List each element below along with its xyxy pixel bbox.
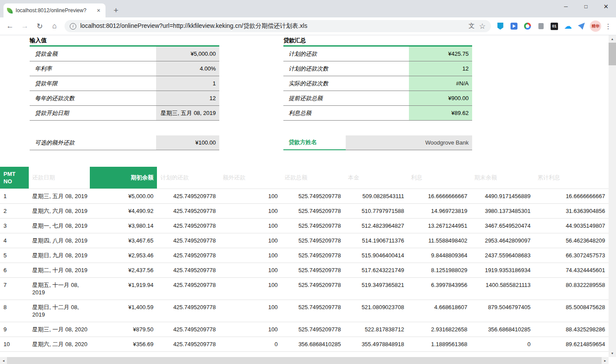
row-value: 1 — [156, 76, 219, 91]
cell: 7 — [0, 277, 29, 300]
cell: 100 — [219, 248, 281, 263]
cell: 355.4978848918 — [344, 337, 408, 351]
menu-kebab-icon[interactable]: ⋮ — [603, 22, 613, 30]
scroll-down-icon[interactable]: ▼ — [609, 350, 616, 357]
row-label: 贷款年限 — [30, 76, 156, 91]
extra-payment-row: 可选的额外还款 ¥100.00 — [30, 135, 219, 150]
cloud-extension-icon[interactable]: ☁ — [562, 20, 574, 32]
cell: 星期二, 十月 08, 2019 — [29, 263, 90, 277]
cell: 100 — [219, 233, 281, 248]
table-row: 7星期五, 十一月 08, 2019¥1,919.94425.749520977… — [0, 277, 609, 300]
url-text[interactable]: localhost:8012/onlinePreview?url=http://… — [80, 22, 464, 30]
scroll-right-icon[interactable]: ► — [602, 357, 609, 364]
row-value: 星期三, 五月 08, 2019 — [156, 106, 219, 120]
browser-tab[interactable]: localhost:8012/onlinePreview? × — [3, 3, 106, 17]
cell: 89.6214859654 — [534, 337, 609, 351]
bookmark-star-icon[interactable]: ☆ — [479, 22, 486, 31]
cell: 星期日, 九月 08, 2019 — [29, 248, 90, 263]
header-beginning-balance: 期初余额 — [90, 167, 157, 189]
cell: 525.7495209778 — [281, 218, 344, 233]
cell: 6 — [0, 263, 29, 277]
scroll-left-icon[interactable]: ◄ — [0, 357, 7, 364]
cell: 16.6666666667 — [408, 189, 471, 203]
cell: 100 — [219, 203, 281, 218]
cell: 3467.6549520474 — [471, 218, 534, 233]
profile-avatar[interactable]: 精华 — [590, 20, 601, 32]
cell: 1 — [0, 189, 29, 203]
row-label: 贷款金额 — [30, 47, 156, 61]
extension-cluster: 01 ☁ 精华 ⋮ — [493, 20, 613, 32]
cell: 425.7495209778 — [157, 189, 219, 203]
cell: 4 — [0, 233, 29, 248]
cell: ¥5,000.00 — [90, 189, 157, 203]
row-value: 4.00% — [156, 61, 219, 76]
reload-icon[interactable]: ↻ — [34, 20, 46, 32]
cell: 星期三, 五月 08, 2019 — [29, 189, 90, 203]
cell: 879.5046797405 — [471, 300, 534, 322]
row-value: ¥89.62 — [409, 106, 472, 120]
cell: 16.6666666667 — [534, 189, 609, 203]
cell: 88.4325298286 — [534, 322, 609, 337]
cell: 425.7495209778 — [157, 277, 219, 300]
tab-close-icon[interactable]: × — [95, 7, 102, 14]
cell: 425.7495209778 — [157, 218, 219, 233]
page-info-icon[interactable]: i — [70, 23, 76, 30]
blue-extension-icon[interactable] — [508, 20, 520, 32]
scroll-up-icon[interactable]: ▲ — [609, 35, 616, 43]
ring-icon — [524, 23, 531, 30]
cell: 525.7495209778 — [281, 248, 344, 263]
new-tab-button[interactable]: + — [110, 4, 122, 17]
header-interest: 利息 — [408, 167, 471, 189]
horizontal-scrollbar-thumb[interactable] — [7, 357, 602, 364]
tab-title: localhost:8012/onlinePreview? — [16, 7, 95, 13]
window-minimize-button[interactable]: ─ — [556, 0, 576, 13]
summary-panel: 贷款汇总 计划的还款 ¥425.75 计划的还款次数 12 实际的还款次数 #N… — [283, 37, 472, 150]
cell: 425.7495209778 — [157, 322, 219, 337]
cell: 6.3997843956 — [408, 277, 471, 300]
vertical-scrollbar-thumb[interactable] — [609, 43, 616, 65]
translate-icon[interactable]: 文 — [469, 22, 475, 30]
cell: 510.7797971588 — [344, 203, 408, 218]
row-label: 每年的还款次数 — [30, 91, 156, 105]
summary-row: 计划的还款 ¥425.75 — [283, 47, 472, 61]
cell: 星期四, 八月 08, 2019 — [29, 233, 90, 248]
window-maximize-button[interactable]: □ — [576, 0, 596, 13]
home-icon[interactable]: ⌂ — [48, 20, 61, 32]
cell: 0 — [471, 337, 534, 351]
cell: 13.2671244951 — [408, 218, 471, 233]
cell: 2437.5596408683 — [471, 248, 534, 263]
cell: 11.5588498402 — [408, 233, 471, 248]
ring-extension-icon[interactable] — [521, 20, 533, 32]
cell: 514.1906711376 — [344, 233, 408, 248]
summary-row: 计划的还款次数 12 — [283, 61, 472, 76]
gray-icon — [538, 23, 544, 29]
back-icon[interactable]: ← — [4, 20, 16, 32]
gray-extension-icon[interactable] — [535, 20, 547, 32]
scrollbar-corner — [609, 357, 616, 364]
lender-value: Woodgrove Bank — [346, 135, 472, 150]
vertical-scrollbar[interactable]: ▲ ▼ — [609, 35, 616, 357]
row-value: 12 — [156, 91, 219, 105]
cell: 31.6363904856 — [534, 203, 609, 218]
table-row: 3星期一, 七月 08, 2019¥3,980.14425.7495209778… — [0, 218, 609, 233]
summary-panel-title: 贷款汇总 — [283, 37, 472, 47]
cell: 4490.9171456889 — [471, 189, 534, 203]
cell: 2953.4642809097 — [471, 233, 534, 248]
bird-extension-icon[interactable] — [575, 20, 587, 32]
cell: 9 — [0, 322, 29, 337]
table-row: 4星期四, 八月 08, 2019¥3,467.65425.7495209778… — [0, 233, 609, 248]
address-bar[interactable]: i localhost:8012/onlinePreview?url=http:… — [65, 20, 491, 32]
table-row: 8星期日, 十二月 08, 2019¥1,400.59425.749520977… — [0, 300, 609, 322]
header-principal: 本金 — [344, 167, 408, 189]
row-value: 12 — [409, 61, 472, 76]
play-icon — [510, 23, 517, 30]
cell: 522.817838712 — [344, 322, 408, 337]
badge-01-extension-icon[interactable]: 01 — [548, 20, 560, 32]
horizontal-scrollbar[interactable]: ◄ ► — [0, 357, 609, 364]
cell: 2.9316822658 — [408, 322, 471, 337]
window-close-button[interactable]: × — [596, 0, 616, 13]
shield-extension-icon[interactable] — [494, 20, 506, 32]
cell: 9.8448809364 — [408, 248, 471, 263]
lender-label: 贷款方姓名 — [283, 135, 346, 150]
cell: 1919.9353186934 — [471, 263, 534, 277]
